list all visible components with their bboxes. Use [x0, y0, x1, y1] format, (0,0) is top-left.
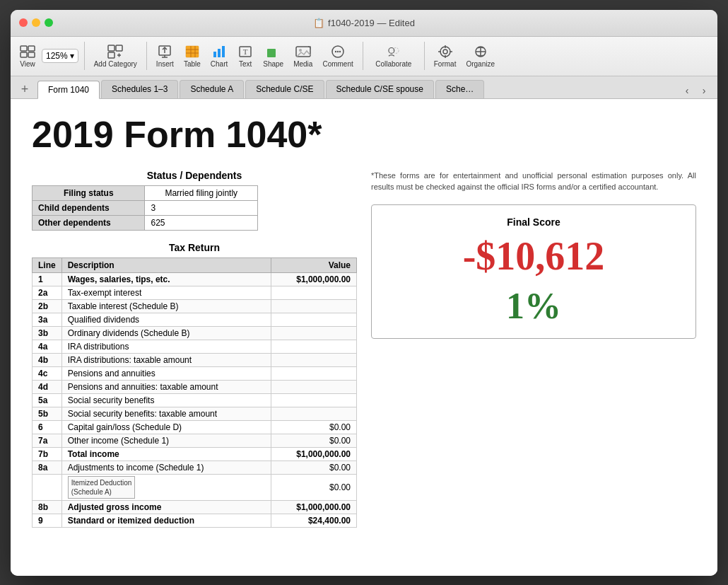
- row-line: 9: [33, 514, 62, 527]
- add-category-button[interactable]: Add Category: [90, 42, 141, 70]
- row-line: 4c: [33, 366, 62, 380]
- form-title: 2019 Form 1040*: [32, 113, 696, 156]
- tab-schedule-cse-spouse[interactable]: Schedule C/SE spouse: [326, 80, 434, 98]
- row-line: 8a: [33, 461, 62, 474]
- chart-label: Chart: [211, 60, 228, 68]
- row-line: 7b: [33, 447, 62, 461]
- tab-prev-button[interactable]: ‹: [679, 83, 695, 98]
- add-tab-button[interactable]: +: [16, 81, 33, 98]
- table-row: 4dPensions and annuities: taxable amount: [33, 380, 357, 393]
- table-row: 1Wages, salaries, tips, etc.$1,000,000.0…: [33, 272, 357, 286]
- tab-schedules[interactable]: Schedules 1–3: [101, 80, 178, 98]
- row-value: [271, 299, 357, 313]
- shape-label: Shape: [263, 60, 283, 68]
- row-line: 4a: [33, 340, 62, 353]
- other-dependents-value: 625: [145, 215, 258, 230]
- tab-next-button[interactable]: ›: [696, 83, 712, 98]
- organize-label: Organize: [466, 60, 495, 68]
- media-button[interactable]: Media: [290, 42, 316, 70]
- tab-more[interactable]: Sche…: [435, 80, 484, 98]
- svg-rect-19: [213, 52, 216, 57]
- status-section-title: Status / Dependents: [32, 170, 357, 181]
- row-description: Adjustments to income (Schedule 1): [61, 461, 271, 474]
- svg-point-30: [339, 50, 341, 52]
- app-window: 📋 f1040-2019 — Edited View 125% ▾: [11, 10, 717, 576]
- content-grid: Status / Dependents Filing status Marrie…: [32, 170, 696, 528]
- svg-rect-1: [28, 46, 35, 51]
- zoom-control[interactable]: 125% ▾: [42, 49, 78, 63]
- svg-point-33: [440, 47, 450, 57]
- tab-schedule-cse[interactable]: Schedule C/SE: [245, 80, 324, 98]
- divider-1: [84, 42, 85, 70]
- table-row: 2aTax-exempt interest: [33, 286, 357, 299]
- file-icon: 📋: [313, 18, 324, 28]
- disclaimer-text: *These forms are for entertainment and u…: [371, 170, 696, 193]
- row-value: $1,000,000.00: [271, 447, 357, 461]
- row-line: 2a: [33, 286, 62, 299]
- text-label: Text: [239, 60, 252, 68]
- shape-button[interactable]: Shape: [259, 42, 287, 70]
- row-description: Tax-exempt interest: [61, 286, 271, 299]
- content-area: 2019 Form 1040* Status / Dependents Fili…: [11, 99, 717, 576]
- view-button[interactable]: View: [16, 42, 39, 70]
- tab-schedule-a[interactable]: Schedule A: [180, 80, 244, 98]
- row-line: 2b: [33, 299, 62, 313]
- row-line: 4b: [33, 353, 62, 366]
- tax-return-title: Tax Return: [32, 242, 357, 253]
- view-icon: [20, 45, 35, 59]
- insert-button[interactable]: Insert: [153, 42, 177, 70]
- row-description: Wages, salaries, tips, etc.: [61, 272, 271, 286]
- tax-table: Line Description Value 1Wages, salaries,…: [32, 257, 357, 528]
- row-description: Standard or itemized deduction: [61, 514, 271, 527]
- comment-button[interactable]: Comment: [319, 42, 356, 70]
- svg-rect-2: [20, 52, 27, 57]
- format-label: Format: [434, 60, 457, 68]
- row-description: Qualified dividends: [61, 313, 271, 326]
- text-icon: T: [237, 45, 253, 59]
- table-button[interactable]: Table: [180, 42, 204, 70]
- table-row: 4cPensions and annuities: [33, 366, 357, 380]
- comment-label: Comment: [322, 60, 353, 68]
- chart-button[interactable]: Chart: [207, 42, 231, 70]
- shape-icon: [266, 45, 281, 59]
- filing-status-label: Filing status: [33, 185, 145, 200]
- row-description: Adjusted gross income: [61, 500, 271, 514]
- child-dependents-value: 3: [145, 200, 258, 215]
- table-row: 3bOrdinary dividends (Schedule B): [33, 326, 357, 340]
- tab-form1040[interactable]: Form 1040: [37, 81, 100, 99]
- status-row-child: Child dependents 3: [33, 200, 258, 215]
- minimize-button[interactable]: [32, 18, 40, 27]
- table-row: 5aSocial security benefits: [33, 393, 357, 407]
- svg-rect-4: [108, 45, 115, 51]
- row-description: Pensions and annuities: taxable amount: [61, 380, 271, 393]
- organize-button[interactable]: Organize: [462, 42, 498, 70]
- row-value: $24,400.00: [271, 514, 357, 527]
- divider-2: [146, 42, 147, 70]
- svg-rect-6: [108, 52, 115, 58]
- window-title: 📋 f1040-2019 — Edited: [313, 18, 415, 28]
- maximize-button[interactable]: [45, 18, 53, 27]
- text-button[interactable]: T Text: [234, 42, 257, 70]
- format-button[interactable]: Format: [430, 42, 460, 70]
- divider-3: [363, 42, 363, 70]
- row-line: 4d: [33, 380, 62, 393]
- row-value: [271, 326, 357, 340]
- format-icon: [438, 45, 453, 59]
- table-row: 3aQualified dividends: [33, 313, 357, 326]
- row-description: Social security benefits: taxable amount: [61, 407, 271, 420]
- table-row: 5bSocial security benefits: taxable amou…: [33, 407, 357, 420]
- row-value: $0.00: [271, 434, 357, 447]
- row-line: 3a: [33, 313, 62, 326]
- close-button[interactable]: [19, 18, 28, 27]
- col-description: Description: [61, 257, 271, 272]
- svg-point-29: [337, 50, 339, 52]
- annotation-cell: [33, 474, 62, 500]
- other-dependents-label: Other dependents: [33, 215, 145, 230]
- add-category-label: Add Category: [94, 60, 137, 68]
- final-score-box: Final Score -$10,612 1%: [371, 204, 696, 340]
- collaborate-button[interactable]: Collaborate: [369, 42, 418, 70]
- row-value: [271, 407, 357, 420]
- row-description: Total income: [61, 447, 271, 461]
- row-description: IRA distributions: [61, 340, 271, 353]
- col-value: Value: [271, 257, 357, 272]
